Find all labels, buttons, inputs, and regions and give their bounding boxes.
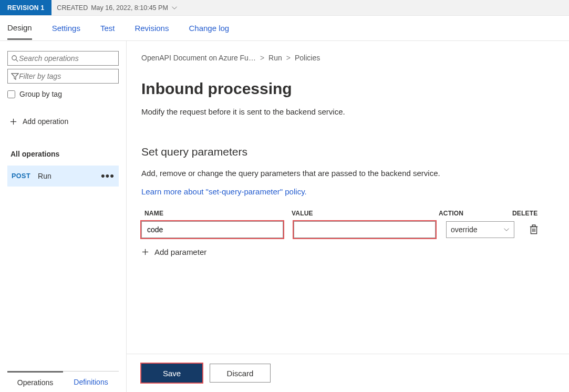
sidebar-tab-operations[interactable]: Operations bbox=[7, 371, 63, 392]
breadcrumb-sep-1: > bbox=[260, 54, 264, 62]
group-by-tag-label: Group by tag bbox=[19, 90, 62, 98]
revision-created-label: CREATED bbox=[57, 4, 88, 12]
search-icon bbox=[11, 55, 19, 63]
content-area: OpenAPI Document on Azure Fu… > Run > Po… bbox=[127, 41, 569, 354]
svg-point-0 bbox=[12, 55, 16, 59]
tab-test[interactable]: Test bbox=[100, 17, 115, 39]
section-title: Set query parameters bbox=[141, 146, 554, 158]
filter-tags-input[interactable] bbox=[19, 72, 115, 80]
sidebar: Group by tag Add operation All operation… bbox=[0, 41, 127, 392]
breadcrumb-current: Policies bbox=[295, 54, 320, 62]
sidebar-tab-definitions[interactable]: Definitions bbox=[63, 372, 119, 392]
discard-button[interactable]: Discard bbox=[210, 364, 271, 383]
group-by-tag-checkbox[interactable] bbox=[7, 90, 15, 98]
section-description: Add, remove or change the query paramete… bbox=[141, 169, 554, 178]
tab-revisions[interactable]: Revisions bbox=[135, 17, 169, 39]
add-parameter-label: Add parameter bbox=[154, 247, 206, 256]
tab-settings[interactable]: Settings bbox=[52, 17, 80, 39]
learn-more-link[interactable]: Learn more about "set-query-parameter" p… bbox=[141, 187, 307, 196]
table-header-row: NAME VALUE ACTION DELETE bbox=[141, 210, 554, 221]
filter-tags-wrap[interactable] bbox=[7, 69, 119, 84]
operation-row-run[interactable]: POST Run ••• bbox=[7, 166, 119, 187]
param-value-input[interactable] bbox=[294, 221, 436, 238]
param-action-value: override bbox=[451, 225, 478, 234]
operation-name-label: Run bbox=[38, 172, 51, 180]
main-tabs: Design Settings Test Revisions Change lo… bbox=[0, 16, 569, 41]
tab-change-log[interactable]: Change log bbox=[189, 17, 229, 39]
revision-bar: REVISION 1 CREATED May 16, 2022, 8:10:45… bbox=[0, 0, 569, 16]
breadcrumb-operation[interactable]: Run bbox=[268, 54, 282, 62]
svg-line-1 bbox=[16, 59, 18, 61]
group-by-tag-row[interactable]: Group by tag bbox=[7, 90, 119, 98]
table-row: override bbox=[141, 221, 554, 238]
operation-method-badge: POST bbox=[12, 172, 30, 180]
col-header-value: VALUE bbox=[292, 210, 439, 217]
param-action-select[interactable]: override bbox=[446, 221, 514, 238]
search-operations-wrap[interactable] bbox=[7, 51, 119, 66]
svg-rect-6 bbox=[532, 225, 535, 226]
col-header-action: ACTION bbox=[439, 210, 512, 217]
operation-more-icon[interactable]: ••• bbox=[101, 174, 115, 178]
add-parameter-button[interactable]: Add parameter bbox=[141, 247, 554, 256]
breadcrumb-api[interactable]: OpenAPI Document on Azure Fu… bbox=[141, 54, 256, 62]
main-panel: OpenAPI Document on Azure Fu… > Run > Po… bbox=[127, 41, 569, 392]
plus-icon bbox=[141, 248, 149, 256]
trash-icon[interactable] bbox=[529, 224, 539, 235]
all-operations-header[interactable]: All operations bbox=[7, 143, 119, 164]
footer-actions: Save Discard bbox=[127, 354, 569, 392]
add-operation-label: Add operation bbox=[23, 117, 68, 126]
search-operations-input[interactable] bbox=[19, 54, 115, 63]
revision-badge: REVISION 1 bbox=[0, 0, 51, 15]
chevron-down-icon bbox=[503, 226, 510, 233]
param-name-input[interactable] bbox=[141, 221, 283, 238]
plus-icon bbox=[9, 118, 17, 126]
page-subtitle: Modify the request before it is sent to … bbox=[141, 107, 554, 116]
query-params-table: NAME VALUE ACTION DELETE override bbox=[141, 210, 554, 256]
chevron-down-icon bbox=[171, 5, 178, 11]
breadcrumb: OpenAPI Document on Azure Fu… > Run > Po… bbox=[141, 54, 554, 62]
col-header-name: NAME bbox=[144, 210, 292, 217]
revision-created-timestamp: May 16, 2022, 8:10:45 PM bbox=[91, 4, 168, 12]
add-operation-button[interactable]: Add operation bbox=[7, 112, 119, 131]
tab-design[interactable]: Design bbox=[7, 17, 32, 40]
page-title: Inbound processing bbox=[141, 80, 554, 98]
save-button[interactable]: Save bbox=[141, 364, 202, 383]
revision-meta[interactable]: CREATED May 16, 2022, 8:10:45 PM bbox=[51, 0, 182, 15]
filter-icon bbox=[11, 73, 19, 80]
breadcrumb-sep-2: > bbox=[286, 54, 291, 62]
sidebar-bottom-tabs: Operations Definitions bbox=[7, 371, 119, 392]
col-header-delete: DELETE bbox=[512, 210, 542, 217]
